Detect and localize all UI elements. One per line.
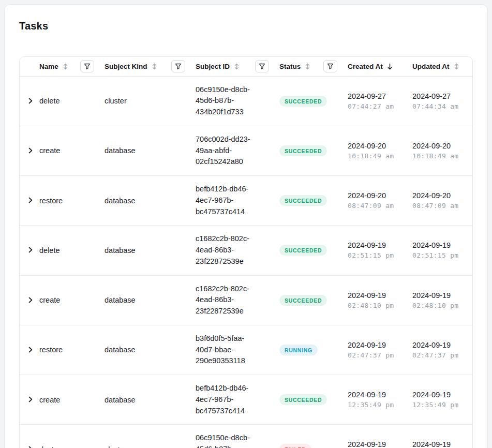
filter-funnel-button[interactable] xyxy=(171,60,185,72)
updated-date: 2024-09-20 xyxy=(412,142,469,150)
updated-time: 12:35:49 pm xyxy=(412,401,469,409)
subject-id: b3f6d0f5-5faa-40d7-bbae-290e90353118 xyxy=(196,334,245,365)
subject-kind: database xyxy=(105,146,136,155)
filter-funnel-icon xyxy=(84,63,91,70)
status-badge: FAILED xyxy=(279,444,311,448)
row-expand-button[interactable] xyxy=(26,96,35,106)
task-name: delete xyxy=(39,97,60,105)
task-name: destroy xyxy=(39,445,64,448)
updated-time: 10:18:49 am xyxy=(412,152,469,160)
subject-id: c1682c2b-802c-4ead-86b3-23f22872539e xyxy=(196,285,249,316)
created-time: 10:18:49 am xyxy=(348,152,407,160)
sort-arrows-icon[interactable] xyxy=(233,63,240,70)
page-title: Tasks xyxy=(19,20,473,32)
chevron-right-icon xyxy=(27,147,34,154)
arrow-down-icon[interactable] xyxy=(386,63,393,70)
column-label-updated-at[interactable]: Updated At xyxy=(412,63,450,70)
table-row[interactable]: delete cluster 06c9150e-d8cb-45d6-b87b-4… xyxy=(20,76,473,126)
column-label-subject-id[interactable]: Subject ID xyxy=(196,63,230,70)
created-date: 2024-09-19 xyxy=(348,341,407,349)
created-date: 2024-09-27 xyxy=(348,92,407,100)
table-row[interactable]: restore database befb412b-db46-4ec7-967b… xyxy=(20,176,473,226)
column-label-status[interactable]: Status xyxy=(279,63,301,70)
subject-kind: database xyxy=(105,296,136,304)
task-name: create xyxy=(39,296,60,304)
subject-id: 706c002d-dd23-49aa-abfd-02cf15242a80 xyxy=(196,135,250,166)
chevron-right-icon xyxy=(27,296,34,304)
updated-time: 02:48:10 pm xyxy=(412,302,469,309)
created-date: 2024-09-20 xyxy=(348,191,407,200)
sort-arrows-icon[interactable] xyxy=(151,63,158,70)
created-date: 2024-09-20 xyxy=(348,142,407,150)
row-expand-button[interactable] xyxy=(26,395,35,404)
updated-time: 02:47:37 pm xyxy=(412,351,469,359)
created-time: 08:47:09 am xyxy=(348,202,407,210)
column-header-created-at: Created At xyxy=(348,57,412,76)
chevron-right-icon xyxy=(27,346,34,353)
tasks-table-body: delete cluster 06c9150e-d8cb-45d6-b87b-4… xyxy=(20,76,473,448)
filter-funnel-icon xyxy=(259,63,265,70)
created-date: 2024-09-19 xyxy=(348,291,407,300)
created-time: 02:51:15 pm xyxy=(348,251,407,259)
status-badge: SUCCEEDED xyxy=(279,145,327,156)
subject-kind: database xyxy=(105,346,136,354)
table-row[interactable]: create database befb412b-db46-4ec7-967b-… xyxy=(20,375,473,425)
subject-id: befb412b-db46-4ec7-967b-bc475737c414 xyxy=(196,384,248,415)
table-row[interactable]: create database 706c002d-dd23-49aa-abfd-… xyxy=(20,126,473,175)
column-label-subject-kind[interactable]: Subject Kind xyxy=(105,63,147,70)
task-name: restore xyxy=(39,346,63,354)
subject-kind: database xyxy=(105,197,136,205)
sort-arrows-icon[interactable] xyxy=(62,63,69,70)
task-name: delete xyxy=(39,246,60,255)
table-row[interactable]: destroy cluster 06c9150e-d8cb-45d6-b87b-… xyxy=(20,425,473,448)
table-row[interactable]: restore database b3f6d0f5-5faa-40d7-bbae… xyxy=(20,325,473,375)
chevron-right-icon xyxy=(27,246,34,253)
filter-funnel-button[interactable] xyxy=(80,60,94,72)
chevron-right-icon xyxy=(27,445,34,448)
filter-funnel-button[interactable] xyxy=(323,60,337,72)
updated-time: 07:44:34 am xyxy=(412,102,469,110)
table-header-row: Name Sub xyxy=(20,57,473,76)
chevron-right-icon xyxy=(27,396,34,403)
updated-date: 2024-09-20 xyxy=(412,191,469,200)
column-header-subject-id: Subject ID xyxy=(196,57,279,76)
column-header-name: Name xyxy=(39,57,105,76)
row-expand-button[interactable] xyxy=(26,295,35,305)
table-row[interactable]: delete database c1682c2b-802c-4ead-86b3-… xyxy=(20,226,473,275)
tasks-panel: Tasks Name xyxy=(4,4,488,448)
status-badge: SUCCEEDED xyxy=(279,295,327,306)
updated-date: 2024-09-19 xyxy=(412,440,469,448)
column-header-expander xyxy=(20,57,39,76)
row-expand-button[interactable] xyxy=(26,345,35,354)
row-expand-button[interactable] xyxy=(26,196,35,205)
created-date: 2024-09-19 xyxy=(348,241,407,249)
status-badge: SUCCEEDED xyxy=(279,195,327,206)
sort-arrows-icon[interactable] xyxy=(304,63,311,70)
column-header-updated-at: Updated At xyxy=(412,57,473,76)
updated-date: 2024-09-19 xyxy=(412,291,469,300)
row-expand-button[interactable] xyxy=(26,146,35,155)
updated-date: 2024-09-19 xyxy=(412,391,469,399)
row-expand-button[interactable] xyxy=(26,444,35,448)
task-name: restore xyxy=(39,197,63,205)
tasks-table: Name Sub xyxy=(19,56,473,448)
status-badge: SUCCEEDED xyxy=(279,394,327,405)
subject-id: c1682c2b-802c-4ead-86b3-23f22872539e xyxy=(196,234,249,265)
updated-date: 2024-09-19 xyxy=(412,241,469,249)
task-name: create xyxy=(39,396,60,404)
subject-kind: database xyxy=(105,246,136,255)
filter-funnel-button[interactable] xyxy=(255,60,269,72)
column-label-created-at[interactable]: Created At xyxy=(348,63,383,70)
created-time: 02:47:37 pm xyxy=(348,351,407,359)
column-header-status: Status xyxy=(279,57,348,76)
table-row[interactable]: create database c1682c2b-802c-4ead-86b3-… xyxy=(20,275,473,325)
created-date: 2024-09-19 xyxy=(348,440,407,448)
sort-arrows-icon[interactable] xyxy=(453,63,460,70)
created-date: 2024-09-19 xyxy=(348,391,407,399)
column-label-name[interactable]: Name xyxy=(39,63,58,70)
status-badge: SUCCEEDED xyxy=(279,96,327,107)
created-time: 02:48:10 pm xyxy=(348,302,407,309)
row-expand-button[interactable] xyxy=(26,245,35,255)
chevron-right-icon xyxy=(27,197,34,204)
filter-funnel-icon xyxy=(327,63,334,70)
